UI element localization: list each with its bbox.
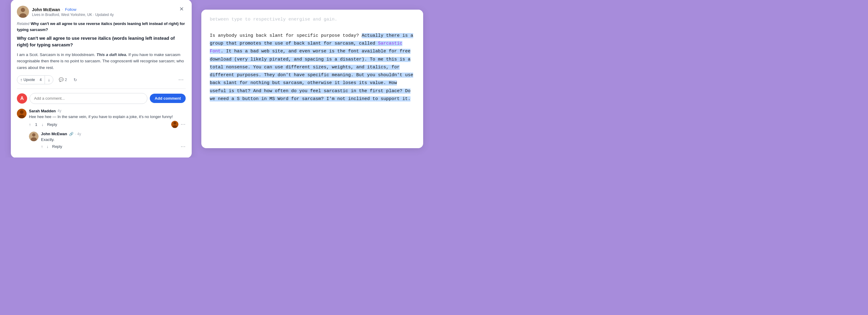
comment-actions-sarah: ↑ 1 ↓ Reply: [29, 121, 186, 128]
comment-text-sarah: Hee hee hee — In the same vein, if you h…: [29, 114, 186, 120]
comment-author-sarah: Sarah Madden: [29, 109, 56, 113]
action-bar: ↑ Upvote · 4 ↓ 💬 2 ↻ ···: [17, 75, 186, 89]
comment-count: 2: [65, 77, 67, 82]
highlighted-text-continuation: . It has a bad web site, and even worse …: [210, 49, 413, 102]
comment-reply-john[interactable]: Reply: [52, 144, 62, 149]
comment-button[interactable]: 💬 2: [58, 77, 68, 82]
comment-text-john-nested: Exactly.: [41, 137, 186, 143]
related-section: Related Why can't we all agree to use re…: [17, 21, 186, 32]
comment-more-john[interactable]: ···: [181, 144, 186, 149]
comment-author-row-john: John McEwan 🔗 · 4y: [41, 132, 186, 136]
avatar: [17, 6, 29, 18]
comment-author-row-sarah: Sarah Madden 4y: [29, 109, 186, 113]
comment-upvote-john[interactable]: ↑: [41, 144, 43, 149]
downvote-button[interactable]: ↓: [45, 76, 53, 84]
comment-item-sarah: Sarah Madden 4y Hee hee hee — In the sam…: [17, 109, 186, 128]
comment-time-john-nested: · 4y: [75, 132, 81, 136]
comment-author-john-nested: John McEwan: [41, 132, 67, 136]
comment-avatar-sarah: [17, 109, 27, 118]
comment-downvote-john[interactable]: ↓: [47, 144, 49, 149]
highlighted-text-block: Actually there is a group that promotes …: [210, 33, 413, 102]
close-button[interactable]: ✕: [178, 6, 186, 12]
upvote-label: Upvote: [24, 78, 35, 82]
comment-time-sarah: 4y: [58, 109, 61, 113]
comment-avatar-john-nested: [29, 132, 38, 141]
follow-link[interactable]: Follow: [65, 7, 76, 12]
link-icon: 🔗: [69, 132, 73, 136]
comment-downvote-icon: ↓: [41, 122, 44, 127]
svg-point-4: [20, 110, 24, 114]
card-header: John McEwan · Follow Lives in Bradford, …: [17, 6, 186, 18]
svg-point-7: [173, 122, 176, 125]
left-panel-card: John McEwan · Follow Lives in Bradford, …: [11, 0, 192, 158]
share-icon: ↻: [73, 77, 77, 82]
comment-body-sarah: Sarah Madden 4y Hee hee hee — In the sam…: [29, 109, 186, 128]
related-question: Why can't we all agree to use reverse it…: [17, 22, 185, 32]
upvote-button[interactable]: ↑ Upvote · 4: [17, 76, 44, 84]
comment-input-row: A Add comment: [17, 93, 186, 104]
related-label: Related: [17, 22, 29, 26]
downvote-arrow-icon: ↓: [48, 77, 50, 82]
user-info: John McEwan · Follow Lives in Bradford, …: [17, 6, 114, 18]
comment-upvote-sarah[interactable]: ↑: [29, 122, 31, 127]
faded-top-text: between type to respectively energise an…: [210, 16, 415, 24]
comment-upvote-icon: ↑: [29, 122, 31, 127]
comment-reply-sarah[interactable]: Reply: [47, 122, 57, 127]
right-card-main-text: Is anybody using back slant for specific…: [210, 24, 415, 103]
commenter-avatar: A: [17, 93, 27, 104]
comment-body-john-nested: John McEwan 🔗 · 4y Exactly. ↑ ↓ Reply ··…: [41, 132, 186, 149]
comment-more-sarah[interactable]: ···: [181, 122, 186, 127]
comment-actions-john: ↑ ↓ Reply ···: [41, 144, 186, 149]
answer-bold-italic: This a daft idea.: [96, 53, 127, 57]
right-card-inner: between type to respectively energise an…: [201, 10, 423, 148]
right-panel-card: between type to respectively energise an…: [201, 10, 423, 148]
upvote-arrow-icon: ↑: [20, 77, 22, 82]
comment-item-john-nested: John McEwan 🔗 · 4y Exactly. ↑ ↓ Reply ··…: [29, 132, 186, 149]
sarah-small-avatar: [171, 121, 179, 128]
main-question-title: Why can't we all agree to use reverse it…: [17, 35, 186, 48]
comments-section: Sarah Madden 4y Hee hee hee — In the sam…: [17, 109, 186, 149]
plain-text-before-highlight: Is anybody using back slant for specific…: [210, 33, 362, 38]
more-options-button[interactable]: ···: [177, 76, 186, 83]
upvote-count: 4: [39, 78, 41, 82]
user-name: John McEwan: [32, 7, 60, 12]
answer-body: I am a Scot. Sarcasm is in my bloodstrea…: [17, 51, 186, 71]
comment-downvote-sarah[interactable]: ↓: [41, 122, 44, 127]
comment-input[interactable]: [30, 93, 147, 104]
answer-text-before: I am a Scot. Sarcasm is in my bloodstrea…: [17, 53, 96, 57]
commenter-initial: A: [20, 96, 24, 101]
user-name-row: John McEwan · Follow: [32, 7, 114, 12]
comment-vote-count-sarah: 1: [35, 122, 37, 127]
svg-point-10: [32, 133, 36, 137]
comment-upvote-icon-john: ↑: [41, 144, 43, 149]
vote-group: ↑ Upvote · 4 ↓: [17, 75, 53, 84]
add-comment-button[interactable]: Add comment: [150, 94, 186, 103]
user-meta: Lives in Bradford, West Yorkshire, UK · …: [32, 13, 114, 17]
share-button[interactable]: ↻: [72, 77, 79, 83]
comment-downvote-icon-john: ↓: [47, 144, 49, 149]
comment-icon: 💬: [59, 77, 64, 82]
svg-point-1: [21, 8, 25, 12]
